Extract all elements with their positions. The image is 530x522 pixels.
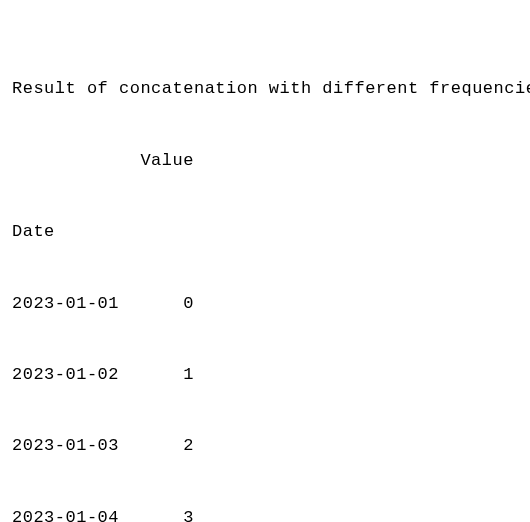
block1-index-label: Date bbox=[12, 220, 518, 244]
table-row: 2023-01-04 3 bbox=[12, 506, 518, 522]
table-row: 2023-01-03 2 bbox=[12, 434, 518, 458]
table-row: 2023-01-02 1 bbox=[12, 363, 518, 387]
terminal-output: Result of concatenation with different f… bbox=[0, 0, 530, 522]
block1-title: Result of concatenation with different f… bbox=[12, 77, 518, 101]
table-row: 2023-01-01 0 bbox=[12, 292, 518, 316]
block1-header: Value bbox=[12, 149, 518, 173]
